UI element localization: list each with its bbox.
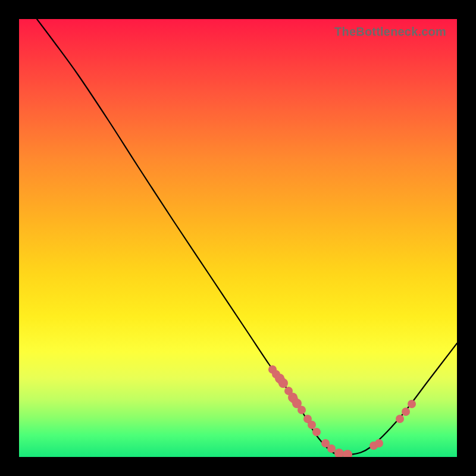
plot-area: TheBottleneck.com [19,19,457,457]
data-point [298,406,306,414]
data-point [278,378,288,388]
data-point [334,449,344,457]
data-point [402,408,410,416]
data-point [312,428,321,436]
data-point [343,450,352,457]
data-point [375,439,383,447]
data-point [327,444,336,453]
marker-group [268,365,416,457]
bottleneck-curve [37,19,457,456]
chart-svg [19,19,457,457]
data-point [408,400,416,408]
data-point [396,415,404,423]
data-point [308,421,316,429]
watermark-text: TheBottleneck.com [334,25,446,39]
